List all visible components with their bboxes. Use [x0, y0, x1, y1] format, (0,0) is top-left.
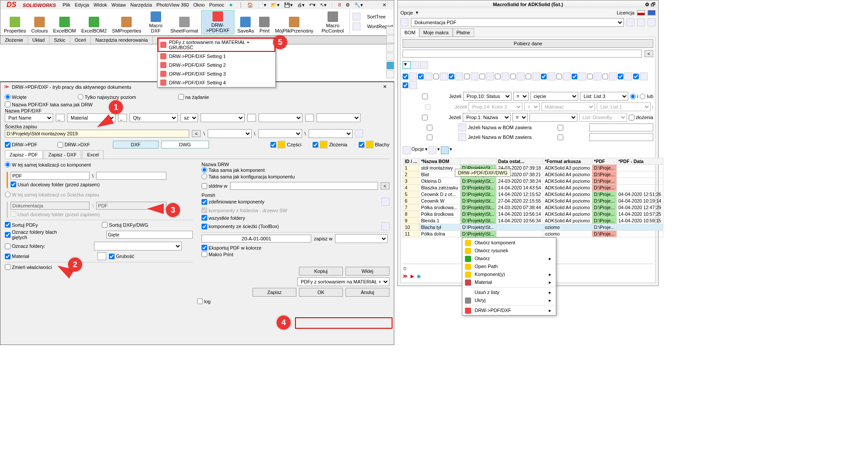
check-zdefiniowane[interactable]: zdefiniowane komponenty	[202, 199, 264, 205]
ctx-drw-pdf-dxf[interactable]: DRW->PDF/DXF	[463, 306, 555, 314]
tool-plikprzenosny[interactable]: MójPlikPrzenośny	[272, 10, 316, 34]
col-path[interactable]	[460, 158, 496, 165]
table-row[interactable]: 8Półka środkowaD:\Projekty\St...14-04-20…	[403, 211, 663, 218]
menu-okno[interactable]: Okno	[193, 2, 205, 7]
check-zmien-wlasciwosci[interactable]: Zmień właściwości	[5, 264, 52, 270]
dropdown-item-pdfy-sort[interactable]: PDFy z sortowaniem na MATERIAŁ + GRUBOŚĆ	[158, 38, 275, 52]
ctx-otworz[interactable]: Otwórz	[463, 254, 555, 262]
tool-sheetformat[interactable]: SheetFormat	[168, 10, 201, 34]
ok-button[interactable]: OK	[299, 288, 343, 297]
flag-uk-icon[interactable]	[648, 10, 656, 15]
list-icon-2[interactable]	[382, 222, 389, 230]
filter-chk-17[interactable]	[403, 81, 408, 89]
ctx-usun[interactable]: Usuń z listy	[463, 288, 555, 296]
dropdown-item-setting2[interactable]: DRW->PDF/DXF Setting 2	[158, 61, 275, 69]
path-seg-1[interactable]	[208, 129, 252, 138]
select-empty-1[interactable]	[201, 113, 245, 122]
check-zlozenia-filter[interactable]: złożenia	[629, 115, 653, 120]
opcje-menu-2[interactable]: Opcje	[411, 146, 424, 154]
check-czesci[interactable]: Części	[270, 141, 301, 149]
table-row[interactable]: 2BlatD:\Projekty\St...24-03-2020 07:38:2…	[403, 171, 663, 178]
filter3-prop[interactable]: Prop.1: Nazwa	[463, 113, 511, 122]
tab-zapisz-dxf[interactable]: Zapisz - DXF	[43, 150, 81, 159]
search-back-button[interactable]: <	[645, 50, 653, 57]
tool-colours[interactable]: Colours	[29, 10, 50, 34]
tool-smproperties[interactable]: SMProperties	[109, 10, 144, 34]
tab-bom[interactable]: BOM	[400, 28, 419, 37]
nazwa-bom-toggle-1[interactable]	[533, 125, 587, 131]
path-seg-2[interactable]	[258, 129, 302, 138]
close-dialog-icon[interactable]: ✕	[379, 84, 390, 90]
tool-saveas[interactable]: SaveAs	[234, 10, 256, 34]
toggle-dxf[interactable]: DXF	[113, 141, 158, 149]
check-komponenty-sciezki[interactable]: komponenty ze ścieżki (ToolBox)	[202, 224, 279, 229]
open-icon[interactable]: 📂▾	[271, 2, 280, 8]
drawing-number-input[interactable]	[202, 235, 311, 243]
flag-pl-icon[interactable]	[637, 10, 645, 15]
check-slddrw[interactable]: slddrw w	[202, 183, 227, 189]
teamviewer-icon[interactable]: ◉	[417, 273, 421, 279]
check-blachy[interactable]: Blachy	[359, 141, 389, 149]
f-icon-13[interactable]	[594, 73, 601, 80]
radio-tylko-najwyzszy[interactable]: Tylko najwyższy poziom	[78, 94, 136, 100]
select-empty-3[interactable]	[317, 113, 360, 122]
tool-print[interactable]: Print	[256, 10, 272, 34]
wklej-button[interactable]: Wklej	[346, 267, 389, 276]
menu-widok[interactable]: Widok	[94, 2, 107, 7]
nazwa-bom-chk-2[interactable]	[403, 134, 457, 140]
new-icon[interactable]: 📄▾	[258, 2, 267, 8]
gear-icon[interactable]: 🔧▾	[354, 2, 363, 8]
window-icon[interactable]	[386, 53, 394, 61]
table-row[interactable]: 11Półka dolnaD:\Projekty\St...oziomoD:\P…	[403, 231, 663, 237]
check-na-zadanie[interactable]: na żądanie	[178, 94, 209, 100]
nazwa-bom-chk-1[interactable]	[403, 125, 457, 131]
f-icon-11[interactable]	[563, 73, 571, 80]
select-qty[interactable]: Qty.	[130, 113, 178, 122]
filter-chk-8[interactable]	[510, 73, 516, 80]
menu-pomoc[interactable]: Pomoc	[209, 2, 224, 7]
f-icon-8[interactable]	[517, 73, 525, 80]
path-browse-icon[interactable]	[355, 130, 363, 138]
filter-chk-6[interactable]	[479, 73, 485, 80]
filter-chk-7[interactable]	[495, 73, 501, 80]
menu-wstaw[interactable]: Wstaw	[112, 2, 126, 7]
f-icon-1[interactable]	[409, 73, 417, 80]
filter-chk-9[interactable]	[526, 73, 531, 80]
setting-select[interactable]: PDFy z sortowaniem na MATERIAŁ + GRUBOŚĆ	[297, 277, 389, 286]
check-sortuj-dxf[interactable]: Sortuj DXFy/DWG	[102, 222, 148, 228]
col-nazwa[interactable]: *Nazwa BOM	[419, 158, 461, 165]
slddrw-back-button[interactable]: <	[381, 182, 389, 189]
ctx-ukryj[interactable]: Ukryj	[463, 296, 555, 304]
home2-icon[interactable]	[386, 26, 394, 34]
col-pdf-data[interactable]: *PDF - Data	[616, 158, 663, 165]
jezeli-chk-1[interactable]	[403, 94, 447, 99]
nazwa-bom-toggle-2[interactable]	[533, 134, 587, 140]
oznacz-foldery-select[interactable]	[94, 242, 182, 250]
home-icon[interactable]: 🏠	[247, 2, 253, 8]
check-wszystkie-foldery[interactable]: wszystkie foldery	[202, 215, 245, 221]
options-icon[interactable]: ⚙	[346, 2, 350, 8]
filter3-op[interactable]: =	[512, 113, 528, 122]
check-grubosc[interactable]: Grubość	[109, 254, 134, 259]
f-icon-9[interactable]	[532, 73, 540, 80]
tab-szkic[interactable]: Szkic	[50, 36, 70, 44]
filter-chk-15[interactable]	[618, 73, 623, 80]
table-row[interactable]: 10Blacha tyłD:\Projekty\St...oziomoD:\Pr…	[403, 224, 663, 231]
check-zlozenia[interactable]: Złożenia	[313, 141, 347, 149]
table-row[interactable]: 3Okleina DD:\Projekty\St...24-03-2020 07…	[403, 178, 663, 185]
traffic-icon[interactable]: 8	[338, 2, 341, 7]
kopiuj-button[interactable]: Kopiuj	[299, 267, 343, 276]
path-seg-3[interactable]	[309, 129, 353, 138]
zapiszw-select[interactable]	[335, 234, 388, 243]
pdf-folder-input[interactable]	[11, 172, 90, 180]
filter-chk-10[interactable]	[541, 73, 547, 80]
tab-rendering[interactable]: Narzędzia renderowania	[91, 36, 152, 44]
check-material[interactable]: Materiał	[5, 254, 29, 259]
filter1-prop[interactable]: Prop.10: Status	[463, 92, 511, 101]
table-row[interactable]: 6Ceownik WD:\Projekty\St...27-04-2020 22…	[403, 198, 663, 204]
slddrw-path-input[interactable]	[230, 182, 378, 190]
youtube-icon[interactable]: ▶	[411, 273, 414, 279]
pdf-folder-input-2[interactable]	[96, 172, 166, 180]
close-icon[interactable]: ✕	[379, 2, 390, 8]
undo-icon[interactable]: ↶▾	[309, 2, 316, 8]
